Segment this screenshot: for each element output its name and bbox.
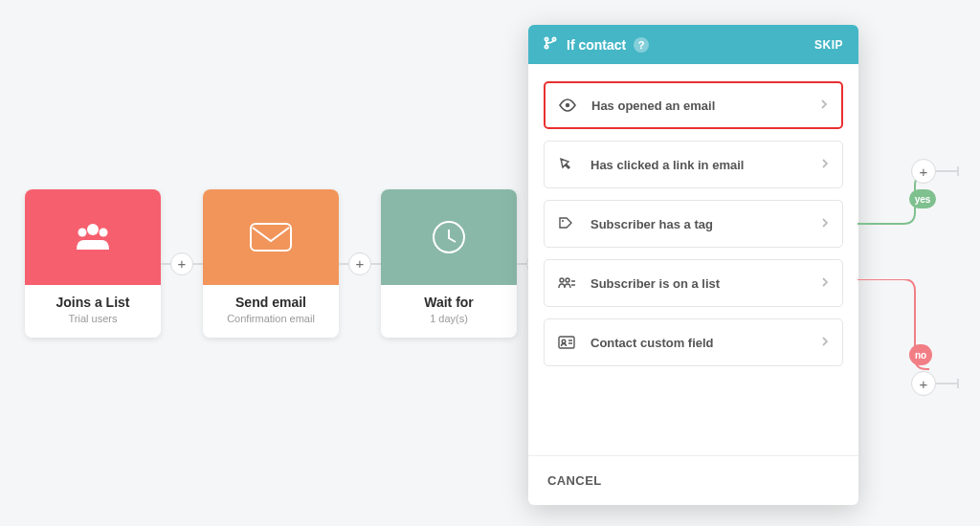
branch-tail bbox=[936, 170, 957, 172]
flow-card-wait-for[interactable]: Wait for 1 day(s) bbox=[381, 189, 517, 338]
add-branch-yes-button[interactable]: + bbox=[911, 159, 936, 184]
svg-point-9 bbox=[562, 220, 564, 222]
option-subscriber-has-tag[interactable]: Subscriber has a tag bbox=[544, 200, 843, 248]
mail-icon bbox=[249, 222, 293, 252]
card-icon-area bbox=[25, 189, 161, 285]
svg-point-6 bbox=[552, 37, 555, 40]
option-label: Has opened an email bbox=[591, 99, 715, 113]
svg-point-7 bbox=[545, 45, 547, 48]
option-contact-custom-field[interactable]: Contact custom field bbox=[544, 318, 843, 366]
option-label: Subscriber has a tag bbox=[590, 217, 713, 231]
flow-card-joins-list[interactable]: Joins a List Trial users bbox=[25, 189, 161, 338]
card-icon-area bbox=[381, 189, 517, 285]
svg-point-8 bbox=[566, 103, 569, 107]
svg-point-2 bbox=[100, 229, 108, 237]
cursor-click-icon bbox=[558, 157, 581, 172]
skip-button[interactable]: SKIP bbox=[814, 38, 843, 52]
card-subtitle: Confirmation email bbox=[209, 313, 333, 324]
chevron-right-icon bbox=[821, 158, 829, 172]
card-title: Joins a List bbox=[31, 295, 155, 310]
help-icon[interactable]: ? bbox=[634, 37, 649, 53]
card-subtitle: Trial users bbox=[31, 313, 155, 324]
card-label-area: Wait for 1 day(s) bbox=[381, 285, 517, 338]
chevron-right-icon bbox=[820, 99, 828, 113]
card-label-area: Send email Confirmation email bbox=[203, 285, 339, 338]
option-has-clicked-link[interactable]: Has clicked a link in email bbox=[544, 141, 843, 188]
svg-rect-12 bbox=[559, 337, 574, 348]
option-subscriber-on-list[interactable]: Subscriber is on a list bbox=[544, 259, 843, 307]
option-label: Subscriber is on a list bbox=[590, 276, 720, 291]
connector: + bbox=[339, 252, 381, 275]
branch-yes-badge: yes bbox=[909, 189, 936, 208]
eye-icon bbox=[559, 99, 582, 112]
modal-header: If contact ? SKIP bbox=[528, 25, 858, 64]
condition-modal: If contact ? SKIP Has opened an email bbox=[528, 25, 858, 505]
chevron-right-icon bbox=[821, 276, 829, 291]
svg-rect-3 bbox=[251, 224, 291, 251]
connector: + bbox=[161, 252, 203, 275]
svg-point-0 bbox=[87, 224, 99, 235]
modal-footer: CANCEL bbox=[528, 455, 858, 505]
card-label-area: Joins a List Trial users bbox=[25, 285, 161, 338]
svg-point-5 bbox=[545, 37, 547, 40]
cancel-button[interactable]: CANCEL bbox=[547, 473, 602, 488]
svg-point-1 bbox=[78, 229, 87, 237]
list-users-icon bbox=[558, 276, 581, 290]
tag-icon bbox=[558, 216, 581, 231]
modal-body: Has opened an email Has clicked a link i… bbox=[528, 64, 858, 455]
workflow-row: Joins a List Trial users + Send email Co… bbox=[25, 189, 555, 338]
flow-card-send-email[interactable]: Send email Confirmation email bbox=[203, 189, 339, 338]
option-has-opened-email[interactable]: Has opened an email bbox=[544, 81, 843, 129]
add-step-button[interactable]: + bbox=[170, 252, 193, 275]
card-subtitle: 1 day(s) bbox=[387, 313, 511, 324]
id-card-icon bbox=[558, 336, 581, 349]
add-step-button[interactable]: + bbox=[348, 252, 371, 275]
add-branch-no-button[interactable]: + bbox=[911, 371, 936, 396]
branch-icon bbox=[544, 36, 557, 53]
branch-no-badge: no bbox=[909, 344, 932, 365]
option-label: Has clicked a link in email bbox=[590, 158, 744, 172]
option-label: Contact custom field bbox=[590, 336, 714, 350]
users-icon bbox=[73, 221, 113, 253]
modal-title: If contact bbox=[567, 37, 626, 53]
branch-tail bbox=[936, 383, 957, 384]
chevron-right-icon bbox=[821, 336, 829, 350]
svg-point-11 bbox=[566, 278, 569, 282]
card-title: Send email bbox=[209, 295, 333, 310]
chevron-right-icon bbox=[821, 217, 829, 231]
svg-point-10 bbox=[560, 278, 564, 282]
card-title: Wait for bbox=[387, 295, 511, 310]
svg-point-13 bbox=[562, 340, 566, 343]
clock-icon bbox=[430, 218, 468, 256]
card-icon-area bbox=[203, 189, 339, 285]
